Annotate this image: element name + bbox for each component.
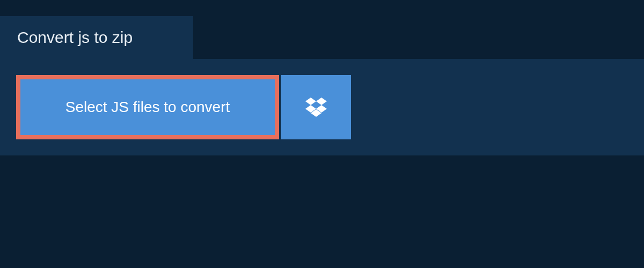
- tab-bar: Convert js to zip: [0, 0, 644, 59]
- main-panel: Select JS files to convert: [0, 59, 644, 155]
- tab-label: Convert js to zip: [17, 28, 133, 47]
- tab-convert-js-to-zip[interactable]: Convert js to zip: [0, 16, 193, 59]
- dropbox-icon: [305, 98, 327, 117]
- dropbox-button[interactable]: [281, 75, 351, 139]
- button-group: Select JS files to convert: [16, 75, 351, 139]
- select-files-label: Select JS files to convert: [65, 99, 230, 116]
- select-files-button[interactable]: Select JS files to convert: [16, 75, 279, 139]
